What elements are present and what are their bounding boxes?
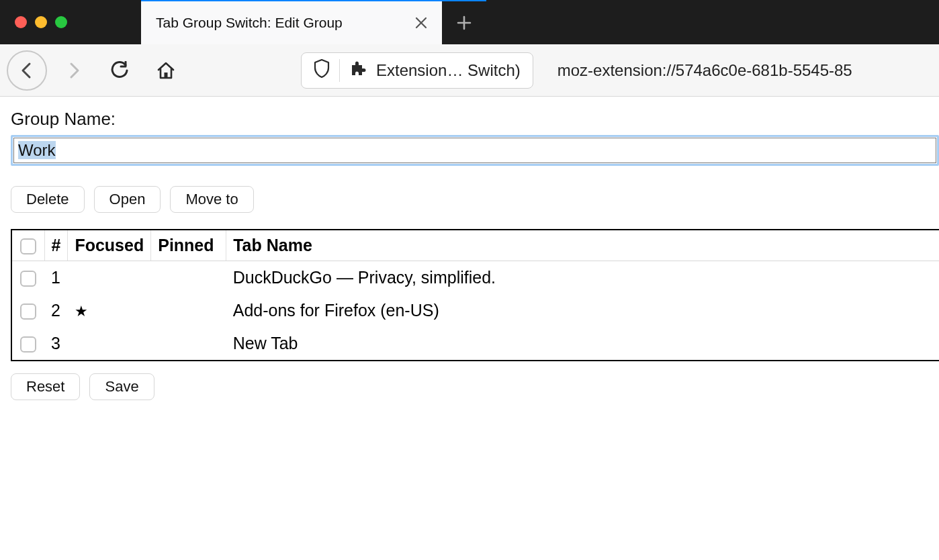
address-bar-cluster: Extension… Switch) moz-extension://574a6…: [301, 52, 932, 89]
row-index: 2: [44, 294, 68, 327]
row-focused: ★: [68, 294, 151, 327]
window-close-button[interactable]: [15, 16, 27, 28]
browser-tab-active[interactable]: Tab Group Switch: Edit Group: [141, 1, 442, 44]
group-name-value: Work: [18, 141, 56, 159]
home-button[interactable]: [148, 52, 184, 89]
row-tab-name: New Tab: [226, 327, 939, 360]
select-all-checkbox[interactable]: [20, 238, 36, 254]
row-index: 1: [44, 261, 68, 295]
group-name-input-wrap: Work: [11, 135, 939, 166]
url-text: moz-extension://574a6c0e-681b-5545-85: [557, 61, 852, 80]
new-tab-button[interactable]: [442, 1, 486, 44]
tabs-table-wrap: # Focused Pinned Tab Name 1 DuckDuckGo —…: [11, 229, 939, 361]
pinned-header: Pinned: [151, 230, 226, 261]
group-name-label: Group Name:: [11, 109, 939, 130]
focused-header: Focused: [68, 230, 151, 261]
row-tab-name: DuckDuckGo — Privacy, simplified.: [226, 261, 939, 295]
open-button[interactable]: Open: [94, 186, 161, 213]
row-tab-name: Add-ons for Firefox (en-US): [226, 294, 939, 327]
tab-title: Tab Group Switch: Edit Group: [156, 15, 343, 31]
footer-button-row: Reset Save: [11, 373, 939, 400]
identity-label: Extension… Switch): [376, 61, 521, 80]
plus-icon: [456, 15, 472, 31]
action-button-row: Delete Open Move to: [11, 186, 939, 213]
window-titlebar: Tab Group Switch: Edit Group: [0, 0, 939, 44]
star-icon: ★: [75, 303, 88, 320]
separator: [339, 59, 340, 82]
tabs-table: # Focused Pinned Tab Name 1 DuckDuckGo —…: [12, 230, 939, 360]
navigation-toolbar: Extension… Switch) moz-extension://574a6…: [0, 44, 939, 97]
close-icon[interactable]: [403, 17, 427, 29]
table-header-row: # Focused Pinned Tab Name: [12, 230, 939, 261]
row-checkbox[interactable]: [20, 336, 36, 353]
tab-strip: Tab Group Switch: Edit Group: [141, 0, 486, 44]
window-controls: [0, 0, 141, 44]
table-row: 3 New Tab: [12, 327, 939, 360]
reset-button[interactable]: Reset: [11, 373, 80, 400]
svg-rect-0: [165, 73, 168, 78]
row-checkbox[interactable]: [20, 304, 36, 320]
row-focused: [68, 327, 151, 360]
index-header: #: [44, 230, 68, 261]
window-zoom-button[interactable]: [55, 16, 67, 28]
back-button[interactable]: [7, 50, 47, 91]
group-name-input[interactable]: Work: [13, 138, 936, 163]
select-all-header: [12, 230, 44, 261]
row-focused: [68, 261, 151, 295]
reload-button[interactable]: [102, 52, 138, 89]
site-identity-box[interactable]: Extension… Switch): [301, 52, 533, 89]
save-button[interactable]: Save: [89, 373, 154, 400]
row-pinned: [151, 327, 226, 360]
page-content: Group Name: Work Delete Open Move to # F…: [0, 97, 939, 400]
row-checkbox[interactable]: [20, 271, 36, 287]
window-minimize-button[interactable]: [35, 16, 47, 28]
shield-icon: [314, 59, 330, 82]
table-row: 2 ★ Add-ons for Firefox (en-US): [12, 294, 939, 327]
tab-name-header: Tab Name: [226, 230, 939, 261]
extension-icon: [349, 60, 367, 81]
row-pinned: [151, 261, 226, 295]
move-to-button[interactable]: Move to: [170, 186, 253, 213]
url-bar[interactable]: moz-extension://574a6c0e-681b-5545-85: [545, 52, 932, 89]
forward-button[interactable]: [56, 52, 93, 89]
row-index: 3: [44, 327, 68, 360]
delete-button[interactable]: Delete: [11, 186, 85, 213]
table-row: 1 DuckDuckGo — Privacy, simplified.: [12, 261, 939, 295]
row-pinned: [151, 294, 226, 327]
